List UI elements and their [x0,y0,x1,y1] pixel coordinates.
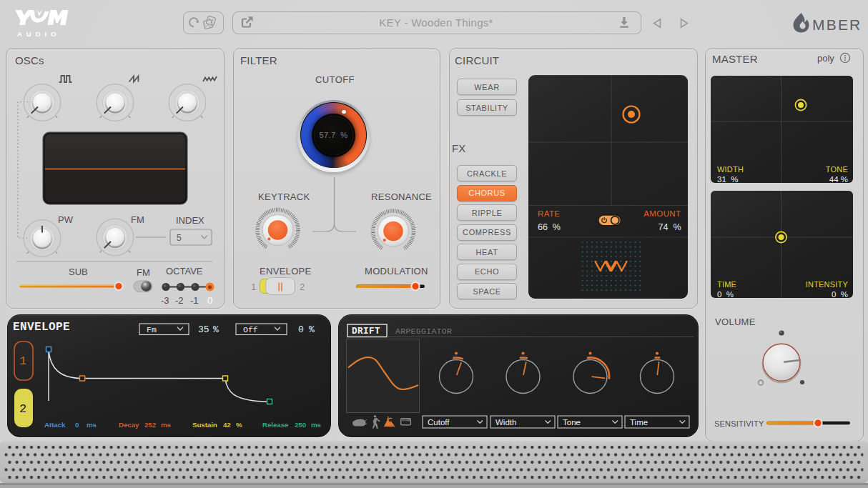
svg-text:MBER: MBER [812,16,859,33]
svg-text:INTENSITY: INTENSITY [806,280,849,289]
svg-text:AUDIO: AUDIO [17,30,61,38]
svg-text:5: 5 [177,233,182,243]
svg-text:TONE: TONE [826,165,848,174]
svg-text:66 %: 66 % [538,222,561,232]
svg-text:AMOUNT: AMOUNT [643,209,681,218]
svg-text:WIDTH: WIDTH [717,165,744,174]
svg-text:0 %: 0 % [832,290,848,299]
svg-text:44 %: 44 % [829,175,848,184]
svg-text:31 %: 31 % [717,175,738,184]
svg-text:RATE: RATE [538,209,560,218]
svg-text:74 %: 74 % [659,222,681,232]
svg-text:0 %: 0 % [717,290,734,299]
svg-text:TIME: TIME [717,280,736,289]
